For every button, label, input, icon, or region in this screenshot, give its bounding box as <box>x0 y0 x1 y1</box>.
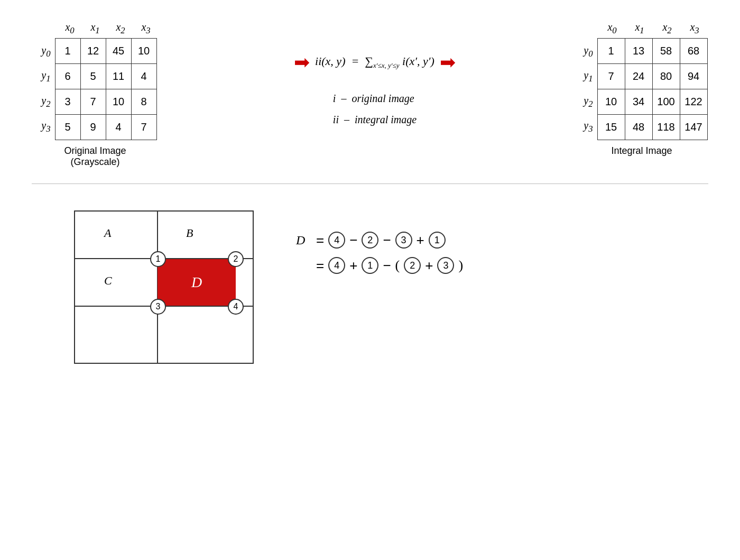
table-row: 3 7 10 8 <box>55 89 156 115</box>
plus-3: + <box>425 258 433 274</box>
table-row: 15 48 118 147 <box>597 115 707 140</box>
legend-i: i – original image <box>333 88 417 109</box>
legend: i – original image ii – integral image <box>333 88 417 130</box>
top-section: x0 x1 x2 x3 y0 y1 y2 y3 1 12 45 10 6 <box>0 0 740 183</box>
circ-1b: 1 <box>362 257 378 274</box>
orig-col-x3: x3 <box>133 21 159 36</box>
orig-label: Original Image(Grayscale) <box>64 145 126 168</box>
integral-image-block: x0 x1 x2 x3 y0 y1 y2 y3 1 13 58 68 7 <box>575 21 708 157</box>
open-paren: ( <box>395 258 400 273</box>
region-b-label: B <box>186 226 193 240</box>
formula-block: ➡ ii(x, y) = ∑x′≤x, y′≤y i(x′, y′) ➡ i –… <box>174 53 575 130</box>
region-a-label: A <box>104 226 111 240</box>
legend-ii: ii – integral image <box>333 109 417 130</box>
orig-row-y1: y1 <box>34 69 55 84</box>
plus-2: + <box>349 258 357 274</box>
table-row: 5 9 4 7 <box>55 115 156 140</box>
table-row: 7 24 80 94 <box>597 64 707 89</box>
orig-row-y3: y3 <box>34 120 55 134</box>
circ-2a: 2 <box>362 232 378 249</box>
eq-sign-2: = <box>316 258 324 274</box>
circ-2b: 2 <box>404 257 421 274</box>
int-col-x1: x1 <box>626 21 653 36</box>
formula-line-2: = 4 + 1 − ( 2 + 3 ) <box>296 257 463 274</box>
d-label: D <box>158 259 236 306</box>
minus-3: − <box>383 258 391 274</box>
orig-col-headers: x0 x1 x2 x3 <box>57 21 159 36</box>
int-row-y3: y3 <box>576 120 597 134</box>
table-row: 1 12 45 10 <box>55 39 156 64</box>
formula-line-1: D = 4 − 2 − 3 + 1 <box>296 232 463 249</box>
region-c-label: C <box>104 274 112 288</box>
circ-3b: 3 <box>437 257 454 274</box>
circ-1a: 1 <box>429 232 446 249</box>
original-matrix: 1 12 45 10 6 5 11 4 3 7 10 8 <box>55 38 157 140</box>
left-arrow-icon: ➡ <box>294 53 310 72</box>
circ-3a: 3 <box>395 232 412 249</box>
formula-text: ii(x, y) = ∑x′≤x, y′≤y i(x′, y′) <box>315 54 434 70</box>
int-col-headers: x0 x1 x2 x3 <box>598 21 708 36</box>
int-label: Integral Image <box>611 145 672 157</box>
corner-2: 2 <box>228 251 244 267</box>
bottom-section: D A B C 1 2 3 4 D = 4 − 2 − 3 + 1 = 4 + <box>0 184 740 380</box>
int-row-y0: y0 <box>576 44 597 59</box>
orig-col-x2: x2 <box>108 21 133 36</box>
orig-row-y0: y0 <box>34 44 55 59</box>
eq-sign: = <box>316 232 324 249</box>
orig-col-x0: x0 <box>57 21 82 36</box>
plus-1: + <box>417 232 424 249</box>
corner-4: 4 <box>228 299 244 315</box>
bottom-formula-block: D = 4 − 2 − 3 + 1 = 4 + 1 − ( 2 + 3 ) <box>296 232 463 282</box>
int-row-y1: y1 <box>576 69 597 84</box>
table-row: 6 5 11 4 <box>55 64 156 89</box>
circ-4a: 4 <box>328 232 345 249</box>
circ-4b: 4 <box>328 257 345 274</box>
int-col-x2: x2 <box>653 21 681 36</box>
rect-diagram: D A B C 1 2 3 4 <box>74 210 254 364</box>
int-col-x0: x0 <box>598 21 626 36</box>
original-image-block: x0 x1 x2 x3 y0 y1 y2 y3 1 12 45 10 6 <box>32 21 159 168</box>
d-eq-label: D <box>296 233 312 247</box>
orig-col-x1: x1 <box>82 21 108 36</box>
table-row: 1 13 58 68 <box>597 39 707 64</box>
formula-row: ➡ ii(x, y) = ∑x′≤x, y′≤y i(x′, y′) ➡ <box>294 53 456 72</box>
integral-matrix: 1 13 58 68 7 24 80 94 10 34 100 122 <box>597 38 708 140</box>
corner-1: 1 <box>150 251 166 267</box>
minus-2: − <box>383 232 391 249</box>
close-paren: ) <box>458 258 463 273</box>
right-arrow-icon: ➡ <box>440 53 456 72</box>
orig-row-y2: y2 <box>34 95 55 109</box>
table-row: 10 34 100 122 <box>597 89 707 115</box>
int-col-x3: x3 <box>681 21 708 36</box>
minus-1: − <box>349 232 357 249</box>
corner-3: 3 <box>150 299 166 315</box>
int-row-y2: y2 <box>576 95 597 109</box>
